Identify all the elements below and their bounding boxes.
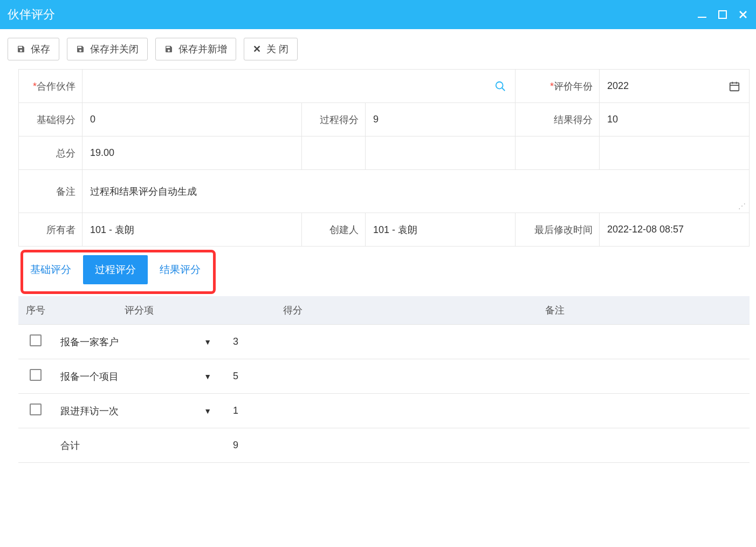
creator-value: 101 - 袁朗 — [365, 213, 515, 247]
total-value: 19.00 — [83, 136, 302, 170]
save-close-label: 保存并关闭 — [90, 43, 139, 56]
save-close-button[interactable]: 保存并关闭 — [67, 38, 148, 60]
partner-field[interactable] — [83, 70, 516, 103]
score-cell[interactable]: 3 — [225, 325, 360, 359]
result-score-label: 结果得分 — [516, 103, 600, 136]
window-title: 伙伴评分 — [8, 6, 55, 23]
partner-label: *合作伙伴 — [19, 70, 83, 103]
base-score-label: 基础得分 — [19, 103, 83, 136]
row-checkbox[interactable] — [30, 404, 42, 415]
remark-cell[interactable] — [360, 394, 750, 428]
col-score: 得分 — [225, 296, 360, 325]
resize-grip-icon[interactable]: ⋰ — [738, 202, 746, 210]
tab-process[interactable]: 过程评分 — [83, 255, 148, 284]
maximize-icon[interactable] — [717, 9, 728, 20]
remark-cell[interactable] — [360, 325, 750, 359]
col-seq: 序号 — [18, 296, 53, 325]
footer-label: 合计 — [53, 428, 225, 463]
chevron-down-icon: ▼ — [204, 372, 211, 381]
remark-label: 备注 — [19, 170, 83, 213]
process-score-label: 过程得分 — [301, 103, 365, 136]
modified-value: 2022-12-08 08:57 — [600, 213, 750, 247]
table-row: 报备一个项目▼ 5 — [18, 359, 750, 394]
row-checkbox[interactable] — [30, 334, 42, 346]
col-item: 评分项 — [53, 296, 225, 325]
score-cell[interactable]: 1 — [225, 394, 360, 428]
save-icon — [164, 45, 173, 53]
calendar-icon[interactable] — [728, 80, 740, 92]
close-button[interactable]: ✕ 关 闭 — [244, 38, 298, 60]
save-label: 保存 — [31, 43, 50, 56]
window-buttons — [697, 9, 748, 20]
minimize-icon[interactable] — [697, 9, 707, 20]
remark-field[interactable]: 过程和结果评分自动生成 ⋰ — [83, 170, 750, 213]
footer-total: 9 — [225, 428, 360, 463]
tab-base[interactable]: 基础评分 — [18, 255, 83, 284]
save-button[interactable]: 保存 — [8, 38, 59, 60]
creator-label: 创建人 — [301, 213, 365, 247]
item-combo[interactable]: 报备一家客户▼ — [60, 336, 218, 348]
modified-label: 最后修改时间 — [516, 213, 600, 247]
svg-rect-1 — [719, 11, 726, 18]
result-score-value: 10 — [600, 103, 750, 136]
table-row: 报备一家客户▼ 3 — [18, 325, 750, 359]
toolbar: 保存 保存并关闭 保存并新增 ✕ 关 闭 — [0, 29, 756, 69]
base-score-value: 0 — [83, 103, 302, 136]
year-field[interactable]: 2022 — [600, 70, 750, 103]
remark-cell[interactable] — [360, 359, 750, 394]
process-score-value: 9 — [365, 103, 515, 136]
row-checkbox[interactable] — [30, 369, 42, 381]
save-icon — [76, 45, 85, 53]
titlebar: 伙伴评分 — [0, 0, 756, 29]
item-combo[interactable]: 报备一个项目▼ — [60, 370, 218, 383]
chevron-down-icon: ▼ — [204, 407, 211, 415]
tab-result[interactable]: 结果评分 — [148, 255, 212, 284]
score-cell[interactable]: 5 — [225, 359, 360, 394]
save-new-button[interactable]: 保存并新增 — [155, 38, 236, 60]
save-new-label: 保存并新增 — [178, 43, 227, 56]
close-icon[interactable] — [738, 9, 748, 20]
total-label: 总分 — [19, 136, 83, 170]
chevron-down-icon: ▼ — [204, 338, 211, 346]
svg-rect-0 — [698, 17, 706, 18]
table-footer-row: 合计 9 — [18, 428, 750, 463]
close-label: 关 闭 — [266, 43, 288, 56]
score-grid: 序号 评分项 得分 备注 报备一家客户▼ 3 报备一个项目▼ 5 跟进拜访一次▼… — [18, 296, 750, 463]
form-table: *合作伙伴 *评价年份 2022 基础得分 0 过程得分 9 结果得分 10 总… — [18, 69, 750, 247]
table-row: 跟进拜访一次▼ 1 — [18, 394, 750, 428]
svg-line-3 — [502, 87, 505, 91]
col-remark: 备注 — [360, 296, 750, 325]
close-icon: ✕ — [253, 43, 261, 55]
tabs-container: 基础评分 过程评分 结果评分 — [18, 250, 750, 291]
item-combo[interactable]: 跟进拜访一次▼ — [60, 405, 218, 418]
search-icon[interactable] — [494, 80, 506, 92]
owner-label: 所有者 — [19, 213, 83, 247]
save-icon — [17, 45, 25, 53]
owner-value: 101 - 袁朗 — [83, 213, 302, 247]
year-label: *评价年份 — [516, 70, 600, 103]
svg-point-2 — [496, 81, 503, 88]
svg-rect-4 — [730, 83, 739, 91]
